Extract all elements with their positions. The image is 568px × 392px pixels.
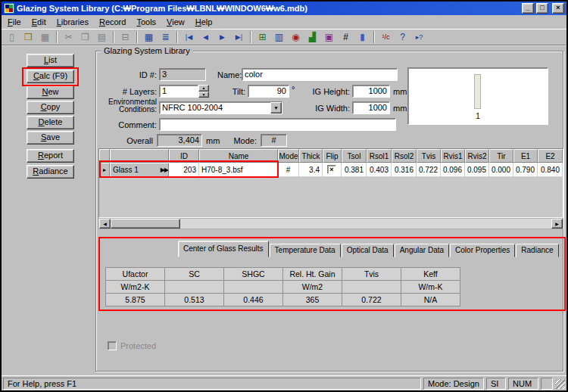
units-toggle-icon[interactable]: ¹/c	[378, 30, 394, 45]
menu-record[interactable]: Record	[94, 16, 131, 28]
grid-col-tir: Tir	[489, 149, 513, 163]
scrollbar-thumb[interactable]	[111, 219, 180, 229]
scroll-left-icon[interactable]: ◀	[99, 219, 111, 229]
sidebar-button-calc-f9[interactable]: Calc (F9)	[27, 70, 74, 83]
open-folder-icon[interactable]: ❒	[20, 30, 36, 45]
cell-e1[interactable]: 0.790	[513, 163, 538, 177]
sidebar-button-save[interactable]: Save	[27, 131, 74, 145]
close-button[interactable]: ×	[552, 3, 564, 14]
context-help-icon[interactable]: ▸?	[411, 30, 427, 45]
glass-picker-button[interactable]: ▶▶	[159, 166, 168, 173]
cell-tsol[interactable]: 0.381	[342, 163, 367, 177]
toolbar-separator	[56, 31, 58, 43]
cell-thick[interactable]: 3.4	[299, 163, 323, 177]
temperature-icon[interactable]: ▮	[354, 30, 370, 45]
bar-chart-icon[interactable]: ▟	[304, 30, 320, 45]
cell-tir[interactable]: 0.000	[489, 163, 513, 177]
number-mode-icon[interactable]: #	[338, 30, 354, 45]
spinner-up-icon[interactable]: ▲	[198, 85, 209, 92]
sidebar-button-copy[interactable]: Copy	[27, 101, 74, 114]
image-view-icon[interactable]: ▣	[321, 30, 337, 45]
sidebar-button-list[interactable]: List	[27, 54, 74, 67]
tab-optical-data[interactable]: Optical Data	[342, 244, 394, 257]
overall-unit-label: mm	[206, 136, 220, 145]
layer-name-cell[interactable]: Glass 1▶▶	[110, 163, 169, 177]
flip-checkbox[interactable]: ×	[327, 165, 336, 174]
layers-input[interactable]: 1	[159, 85, 198, 98]
sidebar-button-delete[interactable]: Delete	[27, 116, 74, 129]
app-icon	[4, 3, 14, 14]
sidebar-button-new[interactable]: New	[27, 86, 74, 99]
tab-center-of-glass-results[interactable]: Center of Glass Results	[178, 241, 269, 257]
cell-id[interactable]: 203	[169, 163, 199, 177]
comment-input[interactable]	[159, 118, 396, 131]
status-panel-mode-design: Mode: Design	[423, 378, 484, 390]
result-values-ufactor: 5.875	[106, 294, 165, 306]
menu-tools[interactable]: Tools	[131, 16, 161, 28]
menu-file[interactable]: File	[2, 16, 27, 28]
grid-col-blank-1	[110, 149, 169, 163]
tab-radiance[interactable]: Radiance	[516, 244, 558, 257]
first-record-icon[interactable]: |◀	[181, 30, 197, 45]
last-record-icon[interactable]: ▶|	[231, 30, 247, 45]
status-help-text: For Help, press F1	[3, 378, 421, 390]
scroll-right-icon[interactable]: ▶	[551, 219, 563, 229]
result-units-sc	[165, 281, 224, 294]
cell-rvis2[interactable]: 0.095	[465, 163, 489, 177]
ig-width-input[interactable]: 1000	[352, 101, 390, 114]
help-icon[interactable]: ?	[395, 30, 410, 45]
protected-checkbox[interactable]	[108, 341, 117, 350]
list-view-icon[interactable]: ≣	[158, 30, 173, 45]
previous-record-icon[interactable]: ◀	[198, 30, 214, 45]
mode-label: Mode:	[233, 136, 257, 145]
cell-rsol1[interactable]: 0.403	[367, 163, 392, 177]
cell-rvis1[interactable]: 0.096	[441, 163, 465, 177]
menu-view[interactable]: View	[161, 16, 190, 28]
env-conditions-label-line2: Conditions:	[91, 105, 157, 114]
sidebar-button-report[interactable]: Report	[27, 149, 74, 163]
minimize-button[interactable]: _	[522, 3, 534, 14]
cell-flip[interactable]: ×	[323, 163, 342, 177]
maximize-button[interactable]: □	[536, 3, 548, 14]
spinner-down-icon[interactable]: ▼	[198, 92, 209, 98]
cell-tvis[interactable]: 0.722	[417, 163, 441, 177]
cell-name[interactable]: H70-8_3.bsf	[199, 163, 278, 177]
spreadsheet-icon[interactable]: ⊞	[254, 30, 270, 45]
detail-view-icon[interactable]: ◉	[288, 30, 304, 45]
layers-spinner[interactable]: ▲ ▼	[198, 85, 209, 98]
cell-rsol2[interactable]: 0.316	[392, 163, 417, 177]
next-record-icon[interactable]: ▶	[214, 30, 230, 45]
ig-width-label: IG Width:	[304, 104, 350, 113]
name-input[interactable]: color	[242, 68, 398, 81]
grid-horizontal-scrollbar[interactable]: ◀ ▶	[98, 218, 563, 229]
dropdown-arrow-icon[interactable]: ▼	[270, 102, 282, 114]
grid-row[interactable]: ▸Glass 1▶▶203H70-8_3.bsf#3.4×0.3810.4030…	[99, 163, 563, 177]
row-marker-icon: ▸	[103, 166, 106, 173]
cell-e2[interactable]: 0.840	[538, 163, 563, 177]
report-view-icon[interactable]: ▥	[271, 30, 287, 45]
tab-strip: Center of Glass ResultsTemperature DataO…	[178, 240, 560, 257]
sidebar-button-radiance[interactable]: Radiance	[27, 165, 74, 179]
cell-mode[interactable]: #	[278, 163, 299, 177]
table-view-icon[interactable]: ▦	[141, 30, 157, 45]
result-values-shgc: 0.446	[224, 294, 283, 306]
ig-width-unit-label: mm	[393, 104, 407, 113]
tilt-label: Tilt:	[224, 87, 245, 96]
grid-col-rvis2: Rvis2	[465, 149, 489, 163]
tab-color-properties[interactable]: Color Properties	[450, 244, 515, 257]
scrollbar-track[interactable]	[111, 219, 551, 229]
resize-grip[interactable]	[555, 379, 565, 389]
ig-height-label: IG Height:	[304, 87, 350, 96]
ig-height-input[interactable]: 1000	[352, 85, 390, 98]
tilt-input[interactable]: 90	[248, 85, 289, 98]
menu-help[interactable]: Help	[190, 16, 218, 28]
row-selector[interactable]: ▸	[99, 163, 110, 177]
id-field: 3	[159, 68, 206, 81]
glass-layer-number: 1	[408, 112, 548, 120]
tab-temperature-data[interactable]: Temperature Data	[270, 244, 341, 257]
grid-col-name: Name	[199, 149, 278, 163]
menu-edit[interactable]: Edit	[27, 16, 51, 28]
env-conditions-select[interactable]: NFRC 100-2004 ▼	[159, 101, 282, 114]
tab-angular-data[interactable]: Angular Data	[395, 244, 449, 257]
menu-libraries[interactable]: Libraries	[51, 16, 94, 28]
